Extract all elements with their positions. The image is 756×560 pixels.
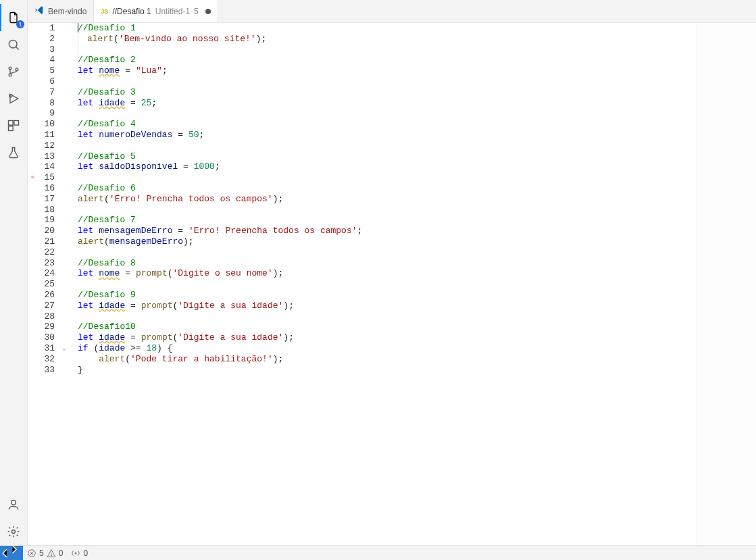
code-line: 25	[28, 279, 756, 290]
code-line: 22	[28, 247, 756, 258]
line-content: if (idade >= 18) {	[68, 343, 173, 354]
status-ports[interactable]: 0	[67, 546, 92, 560]
extensions-icon	[7, 119, 20, 132]
minimap[interactable]	[697, 23, 756, 545]
line-number: 10	[37, 119, 60, 130]
activity-settings[interactable]	[0, 518, 27, 545]
svg-point-1	[9, 67, 11, 70]
fold-gutter[interactable]: ⌄	[60, 343, 68, 354]
activity-explorer[interactable]: 1	[0, 4, 27, 31]
line-content: let saldoDisponivel = 1000;	[68, 161, 220, 172]
status-remote[interactable]	[0, 546, 23, 561]
code-line: 1//Desafio 1	[28, 23, 756, 34]
activity-testing[interactable]	[0, 139, 27, 166]
line-number: 21	[37, 236, 60, 247]
error-count: 5	[39, 549, 44, 558]
svg-rect-5	[9, 121, 14, 126]
line-content: //Desafio 1	[68, 23, 136, 34]
line-number: 29	[37, 322, 60, 332]
code-line: 24let nome = prompt('Digite o seu nome')…	[28, 268, 756, 279]
status-bar: 5 0 0	[0, 545, 756, 560]
line-number: 22	[37, 247, 60, 258]
code-line: 30let idade = prompt('Digite a sua idade…	[28, 332, 756, 343]
tab-welcome[interactable]: Bem-vindo	[28, 0, 94, 22]
code-line: 10//Desafio 4	[28, 119, 756, 130]
line-number: 14	[37, 161, 60, 172]
line-content: //Desafio 5	[68, 151, 136, 162]
code-line: 17alert('Erro! Prencha todos os campos')…	[28, 194, 756, 205]
line-content: }	[68, 365, 83, 376]
js-icon: JS	[101, 8, 108, 15]
line-content: //Desafio10	[68, 322, 136, 332]
svg-point-4	[9, 95, 12, 97]
branch-icon	[7, 65, 20, 78]
code-line: 5let nome = "Lua";	[28, 66, 756, 76]
beaker-icon	[7, 146, 20, 159]
ports-count: 0	[83, 549, 88, 558]
code-line: 3	[28, 45, 756, 55]
play-bug-icon	[7, 92, 20, 105]
tab-label: //Desafio 1	[112, 7, 151, 16]
code-line: 9	[28, 108, 756, 119]
svg-point-11	[51, 555, 51, 556]
code-line: 7//Desafio 3	[28, 87, 756, 98]
svg-point-2	[9, 74, 11, 76]
line-content: let nome = "Lua";	[68, 66, 168, 76]
dirty-indicator-icon	[205, 9, 211, 14]
search-icon	[7, 38, 20, 51]
breakpoint-gutter[interactable]: ●	[28, 172, 37, 183]
line-content: alert('Erro! Prencha todos os campos');	[68, 194, 283, 205]
gear-icon	[7, 525, 20, 538]
line-content: //Desafio 6	[68, 183, 136, 194]
svg-point-3	[16, 68, 18, 71]
code-editor[interactable]: 1//Desafio 12alert('Bem-vindo ao nosso s…	[28, 23, 756, 545]
activity-run-debug[interactable]	[0, 85, 27, 112]
line-number: 13	[37, 151, 60, 162]
code-line: 28	[28, 311, 756, 322]
code-line: 11let numeroDeVendas = 50;	[28, 130, 756, 141]
line-content: //Desafio 4	[68, 119, 136, 130]
status-problems[interactable]: 5 0	[23, 546, 67, 560]
line-content: //Desafio 7	[68, 215, 136, 226]
warning-count: 0	[59, 549, 64, 558]
code-line: 20let mensagemDeErro = 'Erro! Preencha t…	[28, 226, 756, 236]
svg-point-9	[12, 530, 16, 534]
code-line: 12	[28, 141, 756, 151]
line-content	[78, 45, 87, 55]
line-number: 1	[37, 23, 60, 34]
activity-source-control[interactable]	[0, 58, 27, 85]
activity-account[interactable]	[0, 491, 27, 518]
tab-untitled-js[interactable]: JS //Desafio 1 Untitled-1 5	[94, 0, 218, 22]
line-content: let idade = 25;	[68, 98, 157, 109]
line-content: //Desafio 9	[68, 290, 136, 301]
tab-number: 5	[194, 7, 199, 16]
svg-rect-6	[14, 121, 19, 126]
line-content: alert(mensagemDeErro);	[68, 236, 194, 247]
code-line: 6	[28, 76, 756, 87]
account-icon	[7, 498, 20, 511]
line-number: 3	[37, 45, 60, 55]
line-number: 4	[37, 55, 60, 66]
code-lines: 1//Desafio 12alert('Bem-vindo ao nosso s…	[28, 23, 756, 375]
activity-search[interactable]	[0, 31, 27, 58]
main-row: 1	[0, 0, 756, 545]
line-number: 33	[37, 365, 60, 376]
code-line: 13//Desafio 5	[28, 151, 756, 162]
line-number: 11	[37, 130, 60, 141]
explorer-badge: 1	[16, 20, 24, 28]
broadcast-icon	[71, 549, 80, 558]
code-line: 14let saldoDisponivel = 1000;	[28, 161, 756, 172]
svg-point-0	[9, 40, 17, 48]
line-number: 27	[37, 301, 60, 311]
line-content: alert('Pode tirar a habilitação!');	[68, 354, 283, 365]
line-number: 2	[37, 34, 60, 45]
line-content: //Desafio 8	[68, 258, 136, 269]
line-number: 32	[37, 354, 60, 365]
vscode-icon	[34, 5, 44, 17]
line-content: //Desafio 2	[68, 55, 136, 66]
line-content: alert('Bem-vindo ao nosso site!');	[78, 34, 266, 45]
line-number: 25	[37, 279, 60, 290]
line-number: 31	[37, 343, 60, 354]
activity-extensions[interactable]	[0, 112, 27, 139]
code-line: 29//Desafio10	[28, 322, 756, 332]
